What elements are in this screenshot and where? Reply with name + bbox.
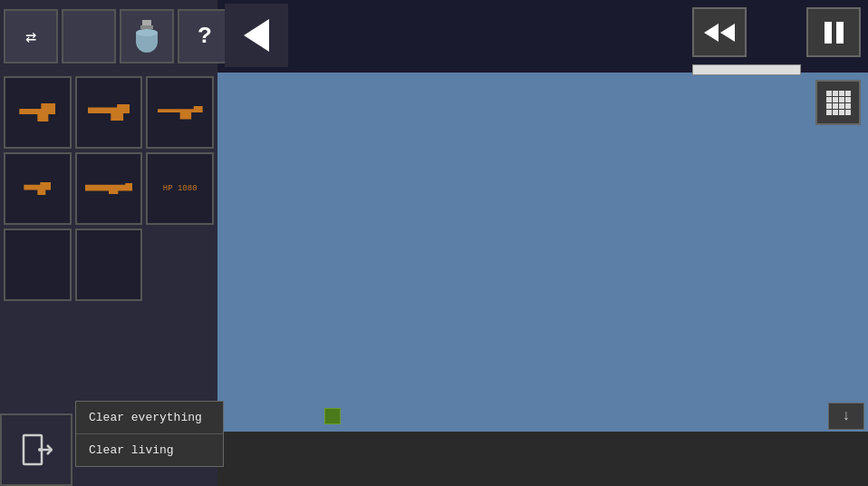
top-toolbar: ⇄ ? <box>0 0 217 73</box>
download-icon: ↓ <box>842 408 851 424</box>
pistol-icon <box>19 103 55 122</box>
potion-icon <box>133 20 160 53</box>
clear-everything-button[interactable]: Clear everything <box>76 402 223 434</box>
weapon-slot-text[interactable]: HP 1080 <box>146 152 214 225</box>
pause-icon <box>825 22 844 44</box>
grid-toggle-button[interactable] <box>815 80 861 125</box>
progress-bar-fill <box>693 65 800 74</box>
exit-button[interactable] <box>0 413 72 486</box>
weapon-slot-empty-2[interactable] <box>75 228 143 301</box>
weapon-slot-long[interactable] <box>75 152 143 225</box>
empty-button[interactable] <box>62 9 116 63</box>
potion-button[interactable] <box>120 9 174 63</box>
weapon-slot-rifle[interactable] <box>146 76 214 149</box>
bottom-bar <box>217 432 868 486</box>
progress-container <box>692 7 801 83</box>
back-arrow-icon <box>244 19 269 52</box>
weapon-slot-pistol[interactable] <box>4 76 72 149</box>
smg-icon <box>88 104 130 121</box>
exit-icon <box>20 433 53 466</box>
small-gun-icon <box>24 182 51 195</box>
bottom-right-button[interactable]: ↓ <box>828 403 864 430</box>
rewind-icon <box>704 24 735 42</box>
progress-bar-background <box>692 64 801 75</box>
svg-point-4 <box>136 29 158 36</box>
game-canvas[interactable] <box>217 73 868 432</box>
game-entity <box>324 408 341 424</box>
swap-button[interactable]: ⇄ <box>4 9 58 63</box>
rifle-icon <box>158 106 203 120</box>
question-button[interactable]: ? <box>178 9 232 63</box>
svg-point-7 <box>38 448 42 452</box>
top-right-controls <box>685 0 868 73</box>
weapon-label: HP 1080 <box>161 182 199 195</box>
weapon-slot-empty-1[interactable] <box>4 228 72 301</box>
svg-rect-1 <box>140 25 153 29</box>
weapon-slot-small[interactable] <box>4 152 72 225</box>
long-gun-icon <box>85 183 132 194</box>
rewind-button[interactable] <box>692 7 747 57</box>
svg-rect-0 <box>142 20 151 25</box>
weapon-slot-smg[interactable] <box>75 76 143 149</box>
back-button[interactable] <box>225 4 288 67</box>
pause-button[interactable] <box>806 7 861 57</box>
clear-living-button[interactable]: Clear living <box>76 434 223 466</box>
context-menu: Clear everything Clear living <box>75 401 224 467</box>
grid-icon <box>826 91 851 115</box>
